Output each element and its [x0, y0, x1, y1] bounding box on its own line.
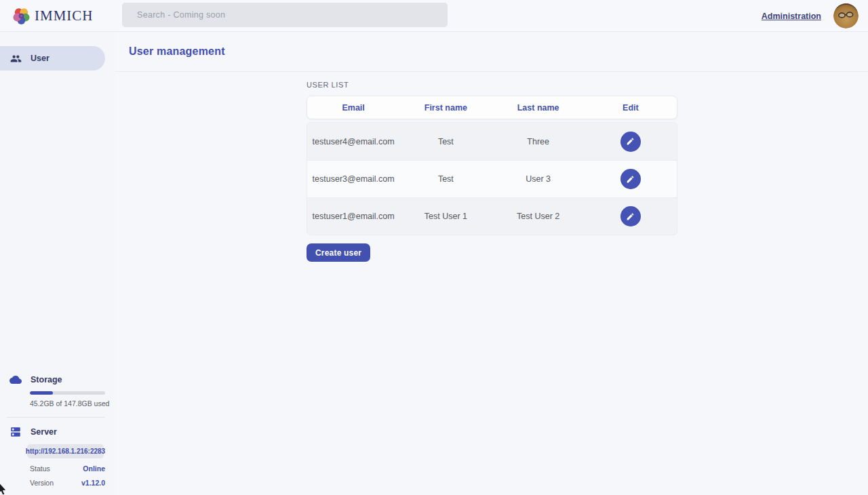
- column-header-last-name: Last name: [492, 103, 585, 113]
- edit-user-button[interactable]: [620, 206, 641, 226]
- page-title: User management: [129, 45, 225, 58]
- server-status-row: Status Online: [30, 464, 105, 473]
- cell-first-name: Test: [399, 174, 492, 184]
- users-group-icon: [10, 53, 22, 64]
- status-value: Online: [83, 464, 105, 473]
- edit-user-button[interactable]: [620, 132, 641, 152]
- table-row: testuser4@email.com Test Three: [307, 123, 677, 160]
- status-label: Status: [30, 464, 50, 473]
- sidebar-divider: [7, 417, 105, 418]
- pencil-icon: [626, 137, 635, 146]
- main-area: User management USER LIST Email First na…: [115, 32, 868, 495]
- column-header-first-name: First name: [399, 103, 492, 113]
- version-value: v1.12.0: [81, 479, 105, 487]
- server-icon: [9, 426, 22, 438]
- server-version-row: Version v1.12.0: [30, 479, 105, 487]
- user-table: testuser4@email.com Test Three: [307, 122, 677, 235]
- sidebar-footer: Storage 45.2GB of 147.8GB used Server ht…: [0, 374, 115, 495]
- storage-section-title: Storage: [0, 374, 115, 386]
- search-bar[interactable]: [122, 3, 448, 27]
- server-title: Server: [31, 427, 57, 437]
- cell-last-name: User 3: [492, 174, 585, 184]
- sidebar-item-user[interactable]: User: [0, 46, 105, 71]
- storage-usage-text: 45.2GB of 147.8GB used: [30, 399, 115, 408]
- immich-logo[interactable]: IMMICH: [12, 7, 118, 25]
- storage-progress-bar: [30, 391, 105, 395]
- server-url-badge: http://192.168.1.216:2283: [27, 444, 104, 458]
- sidebar: User Storage 45.2GB of 147.8GB used: [0, 32, 115, 495]
- storage-progress-fill: [30, 391, 53, 395]
- storage-title: Storage: [31, 375, 62, 384]
- cell-email: testuser4@email.com: [307, 137, 399, 146]
- search-input[interactable]: [137, 10, 422, 20]
- pencil-icon: [626, 212, 635, 221]
- sidebar-item-user-label: User: [31, 54, 50, 63]
- cell-last-name: Test User 2: [492, 212, 585, 221]
- user-list-label: USER LIST: [307, 81, 677, 89]
- cell-email: testuser3@email.com: [307, 174, 399, 184]
- cell-email: testuser1@email.com: [307, 212, 399, 221]
- administration-link[interactable]: Administration: [762, 12, 821, 21]
- server-url: http://192.168.1.216:2283: [26, 448, 105, 455]
- cell-first-name: Test User 1: [399, 212, 492, 221]
- cloud-icon: [9, 374, 22, 386]
- user-avatar[interactable]: [833, 3, 859, 28]
- create-user-button[interactable]: Create user: [307, 243, 370, 262]
- table-header-row: Email First name Last name Edit: [307, 96, 677, 119]
- column-header-edit: Edit: [585, 103, 677, 113]
- top-bar: IMMICH Administration: [0, 0, 868, 32]
- version-label: Version: [30, 479, 54, 487]
- page-header: User management: [115, 32, 868, 72]
- pencil-icon: [626, 175, 635, 184]
- user-list-section: USER LIST Email First name Last name Edi…: [307, 81, 677, 262]
- table-row: testuser1@email.com Test User 1 Test Use…: [307, 197, 677, 235]
- edit-user-button[interactable]: [620, 169, 641, 189]
- logo-wordmark: IMMICH: [35, 7, 94, 24]
- server-section-title: Server: [0, 426, 115, 438]
- column-header-email: Email: [307, 103, 399, 113]
- immich-flower-icon: [12, 7, 31, 25]
- cell-last-name: Three: [492, 137, 585, 146]
- table-row: testuser3@email.com Test User 3: [307, 160, 677, 197]
- cell-first-name: Test: [399, 137, 492, 146]
